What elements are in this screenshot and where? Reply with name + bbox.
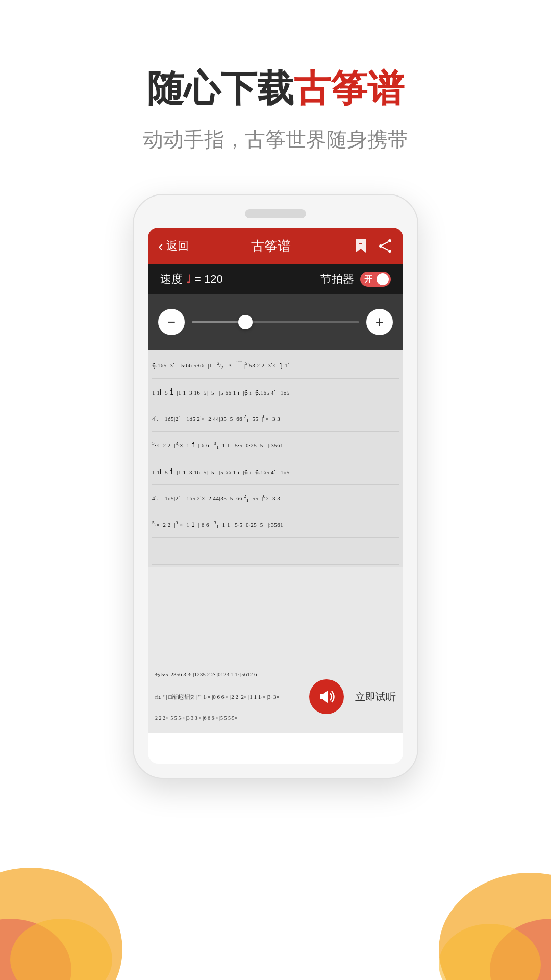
slider-minus-button[interactable]: − [158, 309, 185, 335]
back-button[interactable]: ‹ 返回 [158, 237, 189, 255]
sheet-row-2: 1 1i̊ 5 1̊ |1 1 3 16 5| 5 |5 66 1 i |6̣ … [152, 379, 399, 405]
audio-player-controls: 立即试听 [309, 679, 396, 714]
svg-point-0 [0, 868, 122, 980]
bookmark-icon[interactable] [353, 238, 368, 254]
svg-line-9 [382, 242, 388, 245]
bottom-sheet-row1: ²⁄₅ 5·5 |2356 3 3· |1235 2 2· |0123 1 1·… [155, 671, 396, 679]
slider-track[interactable] [192, 321, 359, 323]
metronome-toggle[interactable]: 开 [360, 272, 391, 287]
bottom-player-bar: ²⁄₅ 5·5 |2356 3 3· |1235 2 2· |0123 1 1·… [148, 667, 403, 733]
toggle-label: 开 [364, 274, 372, 285]
slider-thumb[interactable] [238, 315, 253, 329]
svg-line-10 [382, 247, 388, 250]
phone-speaker [245, 209, 306, 218]
slider-area: − + [148, 294, 403, 350]
speed-label: 速度 [160, 272, 183, 287]
plus-icon: + [375, 314, 384, 330]
speed-note: ♩ [186, 272, 191, 286]
sheet-row-1: 6̣.165 3· 5·66 5·66 |1 2⁄2 3 ˇˇˇ |5·53 2… [152, 352, 399, 379]
share-icon[interactable] [378, 238, 393, 254]
header-section: 随心下载古筝谱 动动手指，古筝世界随身携带 [0, 0, 551, 154]
slider-fill [192, 321, 245, 323]
speaker-icon [318, 689, 335, 704]
subtitle: 动动手指，古筝世界随身携带 [0, 126, 551, 154]
metronome-label: 节拍器 [320, 272, 354, 287]
phone-screen: ‹ 返回 古筝谱 [148, 228, 403, 764]
listen-button[interactable]: 立即试听 [355, 690, 396, 704]
sheet-row-6: 4·. 1ó5|2· 1ó5|2·× 2 44|35 5 66|21 55 |0… [152, 485, 399, 511]
bottom-sheet-row2: rit. ² | □渐起渐快 | ²¹ 1·× |0 6 6·× |2 2· 2… [155, 693, 309, 701]
svg-point-4 [490, 919, 551, 980]
bottom-sheet-row3: 2 2 2× |5 5 5·× |3 3 3·× |6 6 6·× |5 5 5… [155, 715, 396, 721]
app-bar: ‹ 返回 古筝谱 [148, 228, 403, 264]
slider-plus-button[interactable]: + [366, 309, 393, 335]
svg-point-5 [439, 924, 541, 980]
main-title: 随心下载古筝谱 [0, 66, 551, 110]
speed-bar: 速度 ♩ = 120 节拍器 开 [148, 264, 403, 294]
sheet-row-7: 5·× 2 2 |3·× 1 1̊ | 6 6 |31 1 1 |5·5 0·2… [152, 511, 399, 538]
sheet-row-8 [152, 538, 399, 565]
svg-point-7 [379, 244, 382, 248]
speed-right: 节拍器 开 [320, 272, 391, 287]
sheet-music-area: 6̣.165 3· 5·66 5·66 |1 2⁄2 3 ˇˇˇ |5·53 2… [148, 350, 403, 667]
back-label: 返回 [166, 238, 189, 254]
play-button[interactable] [309, 679, 344, 714]
background-decoration [0, 817, 551, 980]
sheet-row-3: 4·. 1ó5|2· 1ó5|2·× 2 44|35 5 66|21 55 |0… [152, 405, 399, 432]
svg-point-3 [439, 873, 551, 980]
title-normal: 随心下载 [147, 68, 294, 109]
svg-point-6 [388, 239, 391, 242]
chevron-icon: ‹ [158, 237, 163, 255]
svg-point-1 [0, 919, 71, 980]
sheet-row-5: 1 1i̊ 5 1̊ |1 1 3 16 5| 5 |5 66 1 i |6̣ … [152, 458, 399, 485]
sheet-row-4: 5·× 2 2 |3·× 1 1̊ | 6 6 |31 1 1 |5·5 0·2… [152, 432, 399, 458]
phone-outer: ‹ 返回 古筝谱 [133, 194, 418, 779]
phone-mockup: ‹ 返回 古筝谱 [133, 194, 418, 779]
speed-left: 速度 ♩ = 120 [160, 272, 223, 287]
svg-point-2 [10, 919, 112, 980]
svg-point-8 [388, 250, 391, 253]
title-highlight: 古筝谱 [294, 68, 404, 109]
app-bar-title: 古筝谱 [189, 237, 353, 255]
app-bar-icons [353, 238, 393, 254]
minus-icon: − [167, 314, 176, 330]
speed-value: = 120 [194, 273, 223, 286]
toggle-knob [377, 273, 389, 285]
